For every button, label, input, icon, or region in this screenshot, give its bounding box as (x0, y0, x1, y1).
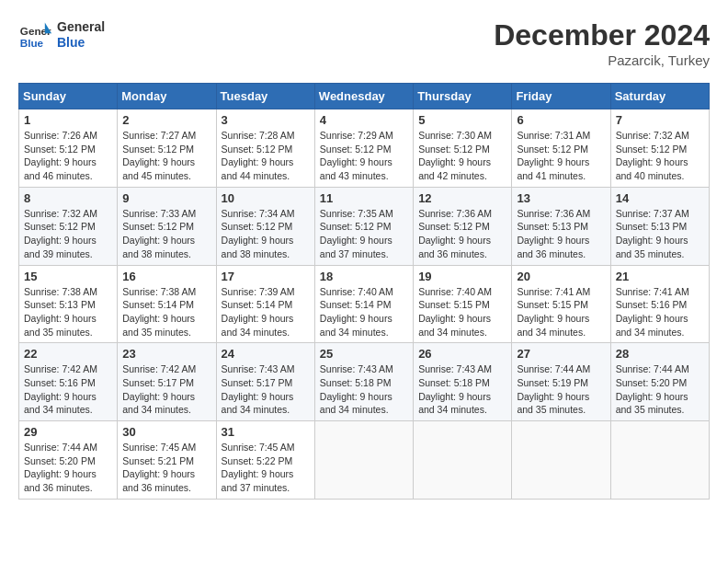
weekday-header-tuesday: Tuesday (216, 84, 314, 109)
calendar-cell: 19 Sunrise: 7:40 AM Sunset: 5:15 PM Dayl… (414, 265, 512, 343)
day-number: 18 (320, 270, 408, 283)
calendar-cell: 14 Sunrise: 7:37 AM Sunset: 5:13 PM Dayl… (610, 187, 709, 265)
weekday-header-wednesday: Wednesday (314, 84, 413, 109)
calendar-cell: 10 Sunrise: 7:34 AM Sunset: 5:12 PM Dayl… (216, 187, 314, 265)
day-number: 19 (418, 270, 506, 283)
day-number: 4 (320, 113, 408, 127)
day-info: Sunrise: 7:43 AM Sunset: 5:18 PM Dayligh… (320, 362, 408, 417)
day-info: Sunrise: 7:37 AM Sunset: 5:13 PM Dayligh… (616, 207, 704, 261)
day-number: 11 (320, 191, 408, 205)
location: Pazarcik, Turkey (494, 52, 710, 68)
calendar-cell: 9 Sunrise: 7:33 AM Sunset: 5:12 PM Dayli… (118, 187, 216, 265)
day-info: Sunrise: 7:43 AM Sunset: 5:17 PM Dayligh… (222, 362, 310, 417)
calendar-table: SundayMondayTuesdayWednesdayThursdayFrid… (18, 83, 710, 500)
weekday-header-sunday: Sunday (19, 84, 118, 109)
calendar-cell: 6 Sunrise: 7:31 AM Sunset: 5:12 PM Dayli… (512, 109, 610, 188)
day-number: 5 (418, 113, 506, 127)
day-number: 13 (517, 191, 605, 205)
calendar-cell: 11 Sunrise: 7:35 AM Sunset: 5:12 PM Dayl… (314, 187, 413, 265)
day-info: Sunrise: 7:38 AM Sunset: 5:14 PM Dayligh… (122, 285, 210, 339)
weekday-header-saturday: Saturday (610, 84, 709, 109)
weekday-header-monday: Monday (118, 84, 216, 109)
day-number: 3 (222, 113, 310, 127)
day-info: Sunrise: 7:40 AM Sunset: 5:14 PM Dayligh… (320, 285, 408, 339)
day-info: Sunrise: 7:44 AM Sunset: 5:19 PM Dayligh… (517, 362, 605, 417)
day-info: Sunrise: 7:30 AM Sunset: 5:12 PM Dayligh… (418, 129, 506, 183)
calendar-cell: 7 Sunrise: 7:32 AM Sunset: 5:12 PM Dayli… (610, 109, 709, 188)
day-info: Sunrise: 7:33 AM Sunset: 5:12 PM Dayligh… (122, 207, 210, 261)
svg-text:Blue: Blue (20, 37, 44, 49)
day-info: Sunrise: 7:38 AM Sunset: 5:13 PM Dayligh… (24, 285, 112, 339)
page-header: General Blue General Blue December 2024 … (18, 18, 710, 68)
day-number: 24 (222, 347, 310, 361)
calendar-cell: 3 Sunrise: 7:28 AM Sunset: 5:12 PM Dayli… (216, 109, 314, 188)
day-info: Sunrise: 7:45 AM Sunset: 5:21 PM Dayligh… (122, 441, 210, 495)
calendar-cell: 2 Sunrise: 7:27 AM Sunset: 5:12 PM Dayli… (118, 109, 216, 188)
day-info: Sunrise: 7:29 AM Sunset: 5:12 PM Dayligh… (320, 129, 408, 183)
day-info: Sunrise: 7:42 AM Sunset: 5:16 PM Dayligh… (24, 362, 112, 417)
calendar-cell: 31 Sunrise: 7:45 AM Sunset: 5:22 PM Dayl… (216, 421, 314, 500)
day-info: Sunrise: 7:41 AM Sunset: 5:16 PM Dayligh… (616, 285, 704, 339)
calendar-cell: 1 Sunrise: 7:26 AM Sunset: 5:12 PM Dayli… (19, 109, 118, 188)
calendar-cell: 4 Sunrise: 7:29 AM Sunset: 5:12 PM Dayli… (314, 109, 413, 188)
calendar-cell (314, 421, 413, 500)
day-number: 25 (320, 347, 408, 361)
day-number: 9 (122, 191, 210, 205)
calendar-cell: 23 Sunrise: 7:42 AM Sunset: 5:17 PM Dayl… (118, 343, 216, 421)
calendar-cell: 16 Sunrise: 7:38 AM Sunset: 5:14 PM Dayl… (118, 265, 216, 343)
day-number: 28 (616, 347, 704, 361)
calendar-cell: 24 Sunrise: 7:43 AM Sunset: 5:17 PM Dayl… (216, 343, 314, 421)
day-number: 22 (24, 347, 112, 361)
day-number: 20 (517, 270, 605, 283)
calendar-cell: 17 Sunrise: 7:39 AM Sunset: 5:14 PM Dayl… (216, 265, 314, 343)
logo: General Blue General Blue (18, 18, 105, 52)
day-info: Sunrise: 7:34 AM Sunset: 5:12 PM Dayligh… (222, 207, 310, 261)
logo-general: General (57, 19, 105, 35)
calendar-cell: 26 Sunrise: 7:43 AM Sunset: 5:18 PM Dayl… (414, 343, 512, 421)
calendar-cell: 25 Sunrise: 7:43 AM Sunset: 5:18 PM Dayl… (314, 343, 413, 421)
day-number: 30 (122, 425, 210, 439)
calendar-cell: 15 Sunrise: 7:38 AM Sunset: 5:13 PM Dayl… (19, 265, 118, 343)
day-info: Sunrise: 7:41 AM Sunset: 5:15 PM Dayligh… (517, 285, 605, 339)
day-info: Sunrise: 7:43 AM Sunset: 5:18 PM Dayligh… (418, 362, 506, 417)
calendar-cell: 21 Sunrise: 7:41 AM Sunset: 5:16 PM Dayl… (610, 265, 709, 343)
day-info: Sunrise: 7:35 AM Sunset: 5:12 PM Dayligh… (320, 207, 408, 261)
day-number: 14 (616, 191, 704, 205)
title-block: December 2024 Pazarcik, Turkey (494, 18, 710, 68)
day-number: 31 (222, 425, 310, 439)
day-number: 23 (122, 347, 210, 361)
day-number: 1 (24, 113, 112, 127)
day-number: 8 (24, 191, 112, 205)
day-info: Sunrise: 7:44 AM Sunset: 5:20 PM Dayligh… (616, 362, 704, 417)
day-info: Sunrise: 7:32 AM Sunset: 5:12 PM Dayligh… (616, 129, 704, 183)
calendar-cell (414, 421, 512, 500)
day-number: 21 (616, 270, 704, 283)
day-info: Sunrise: 7:44 AM Sunset: 5:20 PM Dayligh… (24, 441, 112, 495)
day-info: Sunrise: 7:28 AM Sunset: 5:12 PM Dayligh… (222, 129, 310, 183)
calendar-cell: 29 Sunrise: 7:44 AM Sunset: 5:20 PM Dayl… (19, 421, 118, 500)
day-info: Sunrise: 7:36 AM Sunset: 5:12 PM Dayligh… (418, 207, 506, 261)
day-info: Sunrise: 7:42 AM Sunset: 5:17 PM Dayligh… (122, 362, 210, 417)
calendar-cell: 18 Sunrise: 7:40 AM Sunset: 5:14 PM Dayl… (314, 265, 413, 343)
day-number: 26 (418, 347, 506, 361)
calendar-cell: 27 Sunrise: 7:44 AM Sunset: 5:19 PM Dayl… (512, 343, 610, 421)
day-number: 12 (418, 191, 506, 205)
calendar-cell: 8 Sunrise: 7:32 AM Sunset: 5:12 PM Dayli… (19, 187, 118, 265)
calendar-cell: 12 Sunrise: 7:36 AM Sunset: 5:12 PM Dayl… (414, 187, 512, 265)
day-info: Sunrise: 7:39 AM Sunset: 5:14 PM Dayligh… (222, 285, 310, 339)
month-title: December 2024 (494, 18, 710, 52)
calendar-cell: 5 Sunrise: 7:30 AM Sunset: 5:12 PM Dayli… (414, 109, 512, 188)
day-number: 15 (24, 270, 112, 283)
day-number: 27 (517, 347, 605, 361)
calendar-cell: 22 Sunrise: 7:42 AM Sunset: 5:16 PM Dayl… (19, 343, 118, 421)
day-info: Sunrise: 7:36 AM Sunset: 5:13 PM Dayligh… (517, 207, 605, 261)
calendar-cell: 28 Sunrise: 7:44 AM Sunset: 5:20 PM Dayl… (610, 343, 709, 421)
day-info: Sunrise: 7:26 AM Sunset: 5:12 PM Dayligh… (24, 129, 112, 183)
day-info: Sunrise: 7:45 AM Sunset: 5:22 PM Dayligh… (222, 441, 310, 495)
calendar-cell: 30 Sunrise: 7:45 AM Sunset: 5:21 PM Dayl… (118, 421, 216, 500)
day-info: Sunrise: 7:31 AM Sunset: 5:12 PM Dayligh… (517, 129, 605, 183)
calendar-cell: 13 Sunrise: 7:36 AM Sunset: 5:13 PM Dayl… (512, 187, 610, 265)
calendar-cell (512, 421, 610, 500)
calendar-cell (610, 421, 709, 500)
day-info: Sunrise: 7:27 AM Sunset: 5:12 PM Dayligh… (122, 129, 210, 183)
